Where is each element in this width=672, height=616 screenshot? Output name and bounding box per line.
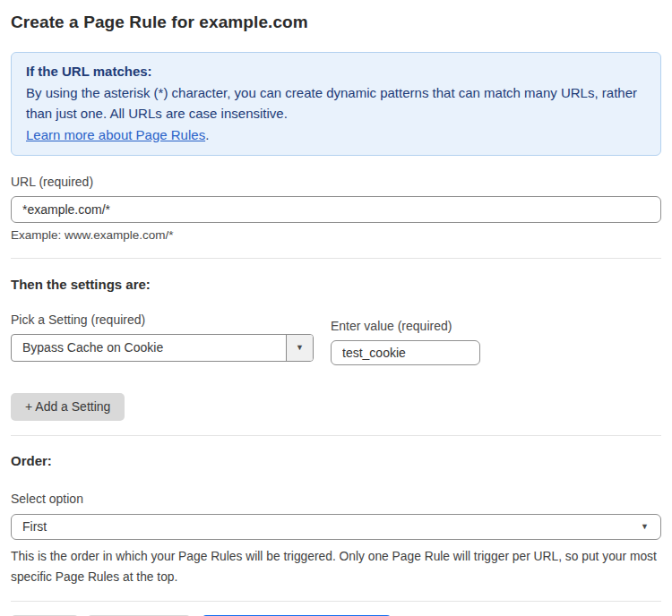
divider <box>11 601 661 602</box>
page-title: Create a Page Rule for example.com <box>11 13 661 32</box>
setting-select-value: Bypass Cache on Cookie <box>12 335 286 361</box>
setting-select-column: Pick a Setting (required) Bypass Cache o… <box>11 312 314 362</box>
url-matches-info-box: If the URL matches: By using the asteris… <box>11 52 661 156</box>
order-select-arrow: ▼ <box>641 523 660 531</box>
order-help-text: This is the order in which your Page Rul… <box>11 547 661 587</box>
order-select-label: Select option <box>11 492 661 506</box>
setting-select-arrow-button[interactable]: ▼ <box>286 335 313 361</box>
link-suffix: . <box>205 127 209 142</box>
divider <box>11 258 661 259</box>
setting-value-column: Enter value (required) <box>331 319 480 365</box>
setting-row: Pick a Setting (required) Bypass Cache o… <box>11 312 661 365</box>
url-field-label: URL (required) <box>11 175 661 189</box>
url-input[interactable] <box>11 196 661 223</box>
value-field-label: Enter value (required) <box>331 319 480 333</box>
info-box-link-line: Learn more about Page Rules. <box>26 124 646 146</box>
learn-more-link[interactable]: Learn more about Page Rules <box>26 127 205 142</box>
order-select[interactable]: First ▼ <box>11 514 661 540</box>
info-box-body: By using the asterisk (*) character, you… <box>26 82 646 124</box>
page-rule-form: Create a Page Rule for example.com If th… <box>0 13 672 616</box>
setting-value-input[interactable] <box>331 340 480 365</box>
chevron-down-icon: ▼ <box>641 523 649 531</box>
order-section-heading: Order: <box>11 453 661 468</box>
divider <box>11 435 661 436</box>
info-box-heading: If the URL matches: <box>26 61 646 82</box>
order-select-value: First <box>12 515 641 539</box>
settings-section-heading: Then the settings are: <box>11 277 661 292</box>
chevron-down-icon: ▼ <box>296 344 304 352</box>
add-setting-button[interactable]: + Add a Setting <box>11 393 125 421</box>
setting-select-label: Pick a Setting (required) <box>11 312 314 327</box>
url-example-text: Example: www.example.com/* <box>11 228 661 242</box>
setting-select[interactable]: Bypass Cache on Cookie ▼ <box>11 334 314 362</box>
